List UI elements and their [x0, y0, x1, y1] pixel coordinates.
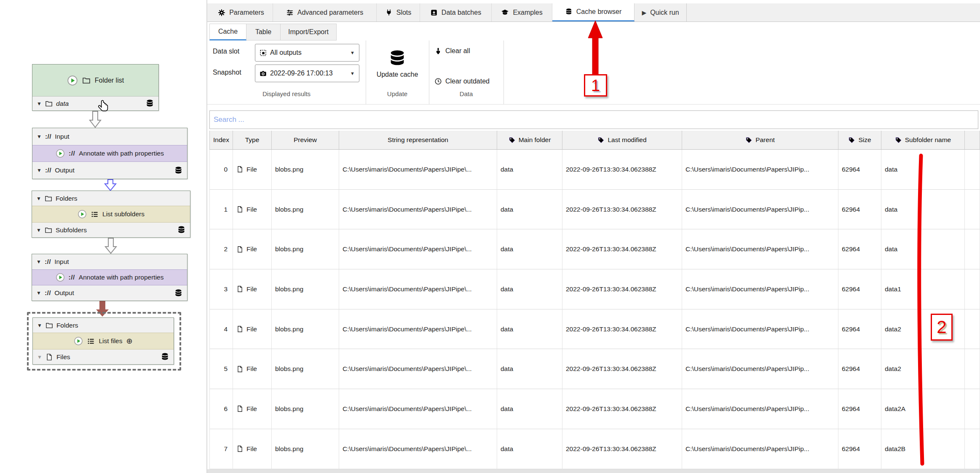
node-folder-list-header[interactable]: Folder list — [32, 64, 158, 96]
column-header-label: Size — [858, 136, 871, 144]
table-cell-empty — [965, 309, 980, 349]
table-row[interactable]: 5Fileblobs.pngC:\Users\imaris\Documents\… — [209, 349, 980, 389]
table-cell-subfolder: data — [881, 229, 965, 269]
cell-value: C:\Users\imaris\Documents\Papers\JIPip..… — [685, 166, 809, 173]
table-cell-size: 62964 — [838, 269, 881, 309]
snapshot-select[interactable]: 2022-09-26 17:00:13 ▼ — [255, 64, 359, 82]
tab-advanced-parameters[interactable]: Advanced parameters — [273, 3, 377, 22]
tab-examples[interactable]: Examples — [492, 3, 552, 22]
cell-value: 2 — [224, 245, 228, 253]
tab-label: Quick run — [650, 9, 679, 16]
slot-input[interactable]: ▼ :// Input — [32, 254, 187, 269]
clear-outdated-button[interactable]: Clear outdated — [434, 78, 490, 85]
edge-arrow-gray — [105, 238, 116, 253]
cell-value: 1 — [224, 206, 228, 213]
column-header[interactable]: Subfolder name — [881, 131, 965, 150]
tab-label: Examples — [513, 9, 542, 16]
slot-output[interactable]: ▼ :// Output — [32, 162, 187, 179]
column-header[interactable]: String representation — [339, 131, 497, 150]
cell-value: C:\Users\imaris\Documents\Papers\JIPipe\… — [343, 245, 472, 253]
node-folder-list[interactable]: Folder list ▼ data — [32, 64, 159, 111]
table-cell-type: File — [233, 269, 272, 309]
table-cell-index: 1 — [209, 190, 233, 230]
chevron-down-icon: ▼ — [350, 50, 355, 55]
table-row[interactable]: 3Fileblobs.pngC:\Users\imaris\Documents\… — [209, 269, 980, 309]
run-node-button[interactable] — [67, 75, 78, 86]
slot-subfolders[interactable]: ▼ Subfolders — [32, 223, 190, 237]
pipeline-canvas[interactable]: Folder list ▼ data ▼ :// Input :// Annot… — [0, 0, 206, 473]
snapshot-value: 2022-09-26 17:00:13 — [270, 70, 333, 77]
column-header[interactable]: Main folder — [497, 131, 562, 150]
clear-all-button[interactable]: Clear all — [434, 47, 470, 55]
column-header[interactable]: Size — [838, 131, 881, 150]
table-cell-preview: blobs.png — [272, 349, 339, 389]
column-header[interactable]: Preview — [272, 131, 339, 150]
tab-slots[interactable]: Slots — [377, 3, 420, 22]
column-header-label: Subfolder name — [905, 136, 951, 144]
tab-cache-browser[interactable]: Cache browser — [552, 3, 635, 22]
tab-label: Data batches — [442, 9, 481, 16]
node-list-subfolders[interactable]: ▼ Folders List subfolders ▼ Subfolders — [32, 191, 190, 238]
cell-value: C:\Users\imaris\Documents\Papers\JIPip..… — [685, 325, 809, 333]
search-input[interactable] — [209, 110, 978, 129]
table-cell-preview: blobs.png — [272, 150, 339, 190]
cell-value: 62964 — [842, 445, 860, 453]
cell-value: File — [246, 325, 257, 333]
cell-value: data — [501, 166, 513, 173]
file-icon — [236, 366, 244, 373]
run-node-button[interactable] — [78, 210, 87, 219]
node-list-subfolders-body[interactable]: List subfolders — [32, 206, 190, 223]
node-list-files-body[interactable]: List files ⊕ — [33, 333, 174, 349]
column-header[interactable]: Type — [233, 131, 272, 150]
node-annotate-2[interactable]: ▼ :// Input :// Annotate with path prope… — [32, 254, 187, 301]
node-list-files[interactable]: ▼ Folders List files ⊕ ▼ Files — [32, 317, 174, 365]
slot-data[interactable]: ▼ data — [32, 96, 158, 110]
node-annotate-1-body[interactable]: :// Annotate with path properties — [32, 145, 187, 162]
subtab-import-export[interactable]: Import/Export — [281, 24, 337, 40]
table-row[interactable]: 1Fileblobs.pngC:\Users\imaris\Documents\… — [209, 190, 980, 230]
tab-parameters[interactable]: Parameters — [209, 3, 273, 22]
slot-input[interactable]: ▼ :// Input — [32, 128, 187, 145]
file-icon — [236, 246, 244, 253]
slot-folders[interactable]: ▼ Folders — [33, 318, 174, 333]
folder-icon — [46, 322, 53, 329]
column-header[interactable]: Index — [209, 131, 233, 150]
tab-data-batches[interactable]: Data batches — [420, 3, 492, 22]
edge-arrow-gray — [90, 111, 101, 127]
cell-value: data — [501, 285, 513, 293]
slot-output[interactable]: ▼ :// Output — [32, 285, 187, 301]
run-node-button[interactable] — [74, 336, 83, 346]
column-header[interactable]: Last modified — [562, 131, 682, 150]
node-annotate-1[interactable]: ▼ :// Input :// Annotate with path prope… — [32, 128, 187, 179]
table-row[interactable]: 7Fileblobs.pngC:\Users\imaris\Documents\… — [209, 429, 980, 469]
cell-value: blobs.png — [275, 285, 303, 293]
table-row[interactable]: 4Fileblobs.pngC:\Users\imaris\Documents\… — [209, 309, 980, 349]
tab-label: Cache browser — [576, 8, 622, 16]
run-node-button[interactable] — [56, 273, 65, 282]
table-row[interactable]: 6Fileblobs.pngC:\Users\imaris\Documents\… — [209, 389, 980, 429]
data-slot-label: Data slot — [213, 48, 239, 55]
table-cell-parent: C:\Users\imaris\Documents\Papers\JIPip..… — [682, 229, 838, 269]
subtab-table[interactable]: Table — [246, 24, 281, 40]
data-slot-select[interactable]: All outputs ▼ — [255, 44, 359, 62]
update-cache-button[interactable]: Update cache — [370, 41, 425, 86]
cell-value: 62964 — [842, 365, 860, 373]
column-header[interactable]: Parent — [682, 131, 838, 150]
slot-label: Subfolders — [56, 226, 87, 234]
table-cell-subfolder: data2A — [881, 389, 965, 429]
snapshot-label: Snapshot — [213, 69, 241, 76]
table-row[interactable]: 2Fileblobs.pngC:\Users\imaris\Documents\… — [209, 229, 980, 269]
slot-files[interactable]: ▼ Files — [33, 349, 174, 364]
table-row[interactable]: 0Fileblobs.pngC:\Users\imaris\Documents\… — [209, 150, 980, 190]
table-cell-size: 62964 — [838, 150, 881, 190]
tag-icon — [848, 137, 855, 144]
slot-folders[interactable]: ▼ Folders — [32, 191, 190, 206]
cell-value: 6 — [224, 405, 228, 413]
tab-quick-run[interactable]: ▶ Quick run — [635, 3, 687, 22]
run-node-button[interactable] — [56, 149, 65, 158]
table-cell-last-modified: 2022-09-26T13:30:34.062388Z — [562, 150, 682, 190]
group-data-label: Data — [429, 90, 503, 97]
subtab-cache[interactable]: Cache — [209, 24, 246, 40]
node-annotate-2-body[interactable]: :// Annotate with path properties — [32, 269, 187, 285]
table-cell-index: 4 — [209, 309, 233, 349]
